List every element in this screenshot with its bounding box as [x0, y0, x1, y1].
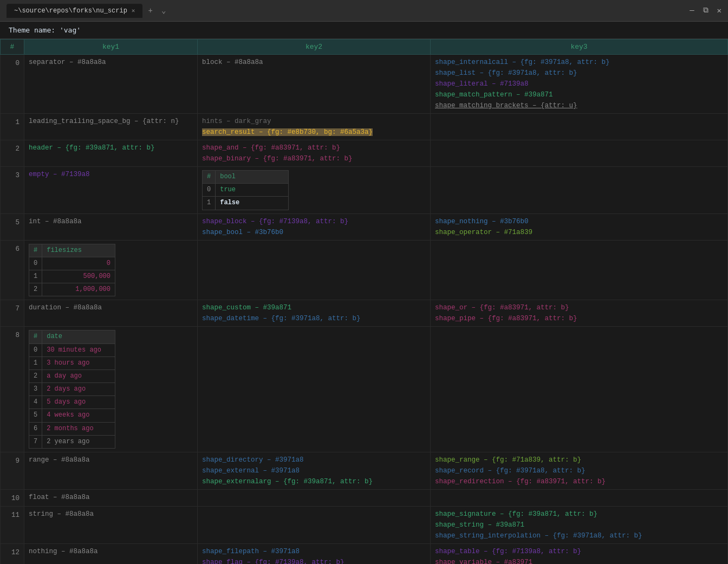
col-header-key1: key1 — [24, 40, 198, 55]
row5-col3: shape_nothing – #3b76b0 shape_operator –… — [431, 213, 728, 240]
mini-th-hash: # — [29, 244, 42, 257]
row-num-2: 2 — [1, 140, 24, 167]
row-num-6: 6 — [1, 240, 24, 300]
row3-col1: empty – #7139a8 — [24, 167, 198, 214]
row9-col3: shape_range – {fg: #71a839, attr: b} sha… — [431, 452, 728, 490]
mini-cell: 5 days ago — [42, 396, 115, 409]
row-num-11: 11 — [1, 507, 24, 544]
mini-row: 4 — [29, 396, 42, 409]
table-row: 2 header – {fg: #39a871, attr: b} shape_… — [1, 140, 728, 167]
window-controls: — ⧉ ✕ — [690, 6, 722, 15]
row12-col2: shape_filepath – #3971a8 shape_flag – {f… — [198, 544, 431, 565]
table-row: 6 # filesizes 0 0 — [1, 240, 728, 300]
mini-cell: 3 hours ago — [42, 356, 115, 369]
row5-col1: int – #8a8a8a — [24, 213, 198, 240]
mini-row: 7 — [29, 435, 42, 448]
row6-col3 — [431, 240, 728, 300]
row-num-8: 8 — [1, 327, 24, 452]
table-row: 10 float – #8a8a8a — [1, 490, 728, 507]
row-num-0: 0 — [1, 55, 24, 114]
row9-col2: shape_directory – #3971a8 shape_external… — [198, 452, 431, 490]
row11-col2 — [198, 507, 431, 544]
new-tab-button[interactable]: + — [144, 4, 157, 17]
row-num-3: 3 — [1, 167, 24, 214]
row3-col2: # bool 0 true 1 false — [198, 167, 431, 214]
table-row: 0 separator – #8a8a8a block – #8a8a8a sh… — [1, 55, 728, 114]
mini-cell: a day ago — [42, 369, 115, 383]
row2-col2: shape_and – {fg: #a83971, attr: b} shape… — [198, 140, 431, 167]
mini-row: 2 — [29, 369, 42, 383]
row0-col2: block – #8a8a8a — [198, 55, 431, 114]
row8-col1: # date 0 30 minutes ago 1 3 hours ago — [24, 327, 198, 452]
table-row: 12 nothing – #8a8a8a shape_filepath – #3… — [1, 544, 728, 565]
mini-th-hash: # — [29, 330, 42, 343]
row2-col3 — [431, 140, 728, 167]
row-num-9: 9 — [1, 452, 24, 490]
mini-cell: 2 years ago — [42, 435, 115, 448]
mini-row: 3 — [29, 383, 42, 396]
row-num-7: 7 — [1, 300, 24, 327]
row10-col3 — [431, 490, 728, 507]
theme-name-line: Theme name: 'vag' — [0, 22, 728, 39]
table-row: 9 range – #8a8a8a shape_directory – #397… — [1, 452, 728, 490]
row0-col3: shape_internalcall – {fg: #3971a8, attr:… — [431, 55, 728, 114]
row1-col1: leading_trailing_space_bg – {attr: n} — [24, 114, 198, 140]
row9-col1: range – #8a8a8a — [24, 452, 198, 490]
tab-dropdown-icon[interactable]: ⌄ — [157, 4, 170, 17]
mini-row: 0 — [29, 343, 42, 356]
row7-col1: duration – #8a8a8a — [24, 300, 198, 327]
mini-cell: false — [216, 197, 289, 210]
table-header-row: # key1 key2 key3 — [1, 40, 728, 55]
row1-col3 — [431, 114, 728, 140]
col-header-key3: key3 — [431, 40, 728, 55]
mini-row: 6 — [29, 422, 42, 435]
row-num-10: 10 — [1, 490, 24, 507]
row6-col2 — [198, 240, 431, 300]
mini-row: 2 — [29, 283, 42, 296]
col-header-hash: # — [1, 40, 24, 55]
mini-row: 0 — [203, 184, 216, 197]
row5-col2: shape_block – {fg: #7139a8, attr: b} sha… — [198, 213, 431, 240]
row6-col1: # filesizes 0 0 1 500,000 — [24, 240, 198, 300]
row7-col3: shape_or – {fg: #a83971, attr: b} shape_… — [431, 300, 728, 327]
date-table: # date 0 30 minutes ago 1 3 hours ago — [29, 330, 115, 449]
mini-row: 1 — [203, 197, 216, 210]
title-bar: ~\source\repos\forks\nu_scrip ✕ + ⌄ — ⧉ … — [0, 0, 728, 22]
mini-cell: true — [216, 184, 289, 197]
restore-button[interactable]: ⧉ — [703, 6, 708, 15]
filesizes-table: # filesizes 0 0 1 500,000 — [29, 244, 115, 297]
mini-row: 1 — [29, 270, 42, 283]
mini-cell: 2 days ago — [42, 383, 115, 396]
row-num-12: 12 — [1, 544, 24, 565]
bool-table: # bool 0 true 1 false — [202, 170, 289, 210]
table-row: 1 leading_trailing_space_bg – {attr: n} … — [1, 114, 728, 140]
close-button[interactable]: ✕ — [717, 6, 722, 15]
mini-cell: 2 months ago — [42, 422, 115, 435]
mini-cell: 4 weeks ago — [42, 409, 115, 422]
mini-cell: 30 minutes ago — [42, 343, 115, 356]
row0-col1: separator – #8a8a8a — [24, 55, 198, 114]
theme-name-text: Theme name: 'vag' — [9, 26, 81, 34]
mini-cell: 0 — [42, 257, 115, 270]
table-row: 7 duration – #8a8a8a shape_custom – #39a… — [1, 300, 728, 327]
tab-label: ~\source\repos\forks\nu_scrip — [14, 7, 127, 15]
row8-col2 — [198, 327, 431, 452]
tab-main[interactable]: ~\source\repos\forks\nu_scrip ✕ — [6, 4, 142, 18]
mini-row: 5 — [29, 409, 42, 422]
row12-col3: shape_table – {fg: #7139a8, attr: b} sha… — [431, 544, 728, 565]
minimize-button[interactable]: — — [690, 6, 694, 15]
row-num-1: 1 — [1, 114, 24, 140]
row1-col2: hints – dark_gray search_result – {fg: #… — [198, 114, 431, 140]
row8-col3 — [431, 327, 728, 452]
table-row: 5 int – #8a8a8a shape_block – {fg: #7139… — [1, 213, 728, 240]
main-table: # key1 key2 key3 0 separator – #8a8a8a b… — [0, 39, 728, 564]
mini-row: 1 — [29, 356, 42, 369]
row10-col2 — [198, 490, 431, 507]
tab-close-icon[interactable]: ✕ — [132, 7, 135, 14]
row-num-5: 5 — [1, 213, 24, 240]
table-row: 11 string – #8a8a8a shape_signature – {f… — [1, 507, 728, 544]
row10-col1: float – #8a8a8a — [24, 490, 198, 507]
col-header-key2: key2 — [198, 40, 431, 55]
table-row: 8 # date 0 30 minutes ago — [1, 327, 728, 452]
row11-col1: string – #8a8a8a — [24, 507, 198, 544]
